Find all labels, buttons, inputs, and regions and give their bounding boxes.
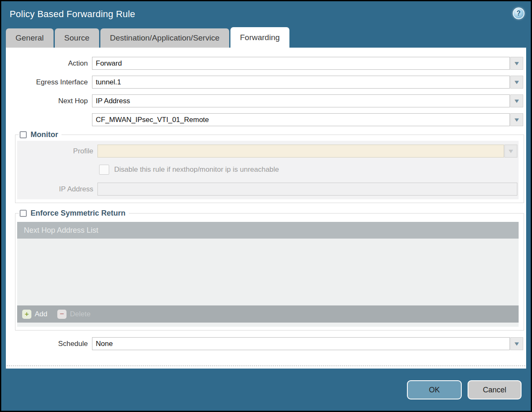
schedule-combo: None ▼ xyxy=(92,337,523,350)
tab-bar: General Source Destination/Application/S… xyxy=(6,27,531,48)
next-hop-address-value[interactable]: CF_MWAN_IPsec_VTI_01_Remote xyxy=(92,113,510,126)
next-hop-address-row: CF_MWAN_IPsec_VTI_01_Remote ▼ xyxy=(6,113,523,126)
minus-icon: − xyxy=(57,310,66,319)
action-label: Action xyxy=(6,59,92,68)
schedule-label: Schedule xyxy=(6,340,92,348)
monitor-ip-address-label: IP Address xyxy=(17,185,97,193)
tab-forwarding[interactable]: Forwarding xyxy=(230,27,289,48)
egress-interface-value[interactable]: tunnel.1 xyxy=(92,76,510,89)
add-button[interactable]: + Add xyxy=(22,310,47,319)
forwarding-tab-panel: Action Forward ▼ Egress Interface tunnel… xyxy=(6,48,526,369)
dialog-title: Policy Based Forwarding Rule xyxy=(10,9,135,20)
action-combo: Forward ▼ xyxy=(92,57,523,70)
profile-dropdown-button: ▼ xyxy=(504,145,517,158)
monitor-ip-address-input xyxy=(97,183,517,196)
chevron-down-icon: ▼ xyxy=(513,79,520,85)
monitor-legend-label: Monitor xyxy=(31,130,58,139)
next-hop-address-list-toolbar: + Add − Delete xyxy=(17,305,519,323)
table-bottom-strip xyxy=(17,323,519,327)
action-value[interactable]: Forward xyxy=(92,57,510,70)
enforce-symmetric-return-legend: Enforce Symmetric Return xyxy=(19,209,129,218)
chevron-down-icon: ▼ xyxy=(507,148,514,154)
plus-icon: + xyxy=(22,310,31,319)
dialog-footer: OK Cancel xyxy=(1,369,531,399)
disable-rule-checkbox xyxy=(99,165,109,175)
enforce-symmetric-return-group: Enforce Symmetric Return Next Hop Addres… xyxy=(15,209,524,331)
next-hop-address-combo: CF_MWAN_IPsec_VTI_01_Remote ▼ xyxy=(92,113,523,126)
next-hop-address-list-body xyxy=(17,239,519,305)
schedule-dropdown-button[interactable]: ▼ xyxy=(510,337,523,350)
delete-button: − Delete xyxy=(57,310,90,319)
profile-combo: ▼ xyxy=(97,145,517,158)
monitor-ip-address-row: IP Address xyxy=(17,183,517,196)
action-row: Action Forward ▼ xyxy=(6,57,523,70)
chevron-down-icon: ▼ xyxy=(513,117,520,122)
monitor-legend: Monitor xyxy=(19,130,61,139)
disable-rule-label: Disable this rule if nexthop/monitor ip … xyxy=(114,165,279,174)
profile-row: Profile ▼ xyxy=(17,145,517,158)
enforce-symmetric-return-checkbox[interactable] xyxy=(20,210,27,217)
next-hop-label: Next Hop xyxy=(6,97,92,105)
help-icon[interactable]: ? xyxy=(513,8,524,19)
egress-interface-label: Egress Interface xyxy=(6,78,92,86)
profile-value xyxy=(97,145,504,158)
next-hop-row: Next Hop IP Address ▼ xyxy=(6,94,523,107)
chevron-down-icon: ▼ xyxy=(513,341,520,346)
monitor-checkbox[interactable] xyxy=(20,131,27,138)
tab-destination-application-service[interactable]: Destination/Application/Service xyxy=(100,28,229,48)
pbf-rule-dialog: Policy Based Forwarding Rule ? General S… xyxy=(0,0,532,412)
ok-button[interactable]: OK xyxy=(407,380,462,399)
egress-interface-row: Egress Interface tunnel.1 ▼ xyxy=(6,76,523,89)
chevron-down-icon: ▼ xyxy=(513,98,520,104)
schedule-value[interactable]: None xyxy=(92,337,510,350)
next-hop-address-list-table: Next Hop Address List + Add − Delete xyxy=(17,222,519,327)
disable-rule-row: Disable this rule if nexthop/monitor ip … xyxy=(99,165,517,175)
cancel-button[interactable]: Cancel xyxy=(468,380,522,399)
next-hop-address-list-header: Next Hop Address List xyxy=(17,222,519,239)
chevron-down-icon: ▼ xyxy=(513,61,520,66)
next-hop-type-value[interactable]: IP Address xyxy=(92,94,510,107)
egress-interface-dropdown-button[interactable]: ▼ xyxy=(510,76,523,89)
egress-interface-combo: tunnel.1 ▼ xyxy=(92,76,523,89)
monitor-group: Monitor Profile ▼ Disable this rule if n… xyxy=(15,130,524,203)
monitor-panel: Profile ▼ Disable this rule if nexthop/m… xyxy=(17,141,519,199)
next-hop-address-dropdown-button[interactable]: ▼ xyxy=(510,113,523,126)
dialog-titlebar: Policy Based Forwarding Rule ? xyxy=(1,1,531,27)
next-hop-combo: IP Address ▼ xyxy=(92,94,523,107)
next-hop-dropdown-button[interactable]: ▼ xyxy=(510,94,523,107)
schedule-row: Schedule None ▼ xyxy=(6,337,523,350)
profile-label: Profile xyxy=(17,147,97,155)
action-dropdown-button[interactable]: ▼ xyxy=(510,57,523,70)
tab-general[interactable]: General xyxy=(6,28,54,48)
tab-source[interactable]: Source xyxy=(55,28,99,48)
enforce-symmetric-return-legend-label: Enforce Symmetric Return xyxy=(31,209,125,218)
